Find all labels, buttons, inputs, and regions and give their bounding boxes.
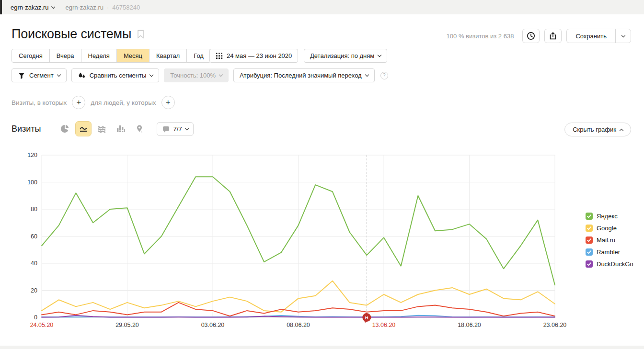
tab-yesterday[interactable]: Вчера	[49, 49, 81, 63]
legend-item-DuckDuckGo[interactable]: DuckDuckGo	[586, 260, 633, 268]
attribution-dropdown[interactable]: Атрибуция: Последний значимый переход	[233, 68, 375, 82]
help-icon[interactable]: ?	[380, 72, 388, 79]
history-button[interactable]	[522, 29, 540, 43]
line-chart-icon	[79, 124, 88, 134]
save-button[interactable]: Сохранить	[567, 29, 615, 43]
legend-label: Rambler	[597, 248, 620, 256]
legend-label: Mail.ru	[597, 236, 615, 244]
x-axis-tick-label: 29.05.20	[115, 322, 139, 328]
x-axis-tick-label: 24.05.20	[30, 322, 54, 328]
accuracy-label: Точность: 100%	[170, 72, 216, 79]
chart-canvas: 02040608010012024.05.2029.05.2003.06.200…	[0, 144, 575, 338]
counter-id: 46758240	[112, 4, 140, 11]
check-icon	[586, 225, 592, 231]
report-title: Поисковые системы	[12, 27, 131, 42]
filters-row: Сегмент Сравнить сегменты Точность: 100%…	[12, 68, 388, 82]
chart-type-stacked-button[interactable]	[94, 121, 110, 136]
top-bar: egrn-zakaz.ru egrn-zakaz.ru · 46758240	[0, 0, 644, 14]
legend-item-Mail.ru[interactable]: Mail.ru	[586, 236, 633, 244]
legend-item-Яндекс[interactable]: Яндекс	[586, 213, 633, 220]
compare-segments-dropdown[interactable]: Сравнить сегменты	[71, 68, 160, 82]
period-segmented-control: Сегодня Вчера Неделя Месяц Квартал Год	[12, 49, 211, 63]
chevron-down-icon	[51, 4, 55, 8]
tab-today[interactable]: Сегодня	[12, 49, 50, 63]
calendar-grid-icon	[216, 52, 223, 59]
chart-type-line-button[interactable]	[75, 121, 92, 136]
compare-icon	[78, 71, 86, 79]
bookmark-icon[interactable]	[137, 30, 144, 39]
segment-icon	[18, 72, 25, 79]
header-actions: 100 % визитов из 2 638 Сохранить	[447, 29, 631, 43]
detalization-label: Детализация: по дням	[310, 52, 374, 59]
chevron-down-icon	[365, 73, 368, 77]
legend-label: DuckDuckGo	[597, 260, 633, 268]
y-axis-tick-label: 80	[31, 206, 37, 213]
add-visit-condition-button[interactable]: +	[72, 96, 85, 109]
chevron-down-icon	[57, 73, 60, 77]
counter-site-name: egrn-zakaz.ru	[65, 4, 103, 11]
x-axis-tick-label: 08.06.20	[287, 322, 310, 328]
tab-month[interactable]: Месяц	[116, 49, 150, 63]
annotations-count: 7/7	[173, 125, 182, 133]
check-icon	[586, 261, 592, 267]
x-axis-tick-label: 23.06.20	[543, 322, 567, 328]
chevron-up-icon	[620, 128, 623, 132]
x-axis-tick-label: 03.06.20	[201, 322, 225, 328]
segment-dropdown[interactable]: Сегмент	[12, 68, 67, 82]
page-title: Поисковые системы	[12, 27, 144, 42]
tab-week[interactable]: Неделя	[81, 49, 117, 63]
save-split-button: Сохранить	[566, 29, 631, 43]
counter-switcher[interactable]: egrn-zakaz.ru	[11, 4, 55, 11]
y-axis-tick-label: 20	[31, 287, 37, 294]
footer-strip	[0, 346, 644, 349]
legend-checkbox[interactable]	[586, 248, 593, 256]
date-range-label: 24 мая — 23 июн 2020	[227, 52, 292, 59]
x-axis-tick-label: 18.06.20	[458, 322, 481, 328]
accuracy-dropdown[interactable]: Точность: 100%	[164, 68, 229, 82]
check-icon	[586, 214, 592, 219]
y-axis-tick-label: 0	[34, 314, 37, 321]
chevron-down-icon	[621, 33, 625, 37]
legend-checkbox[interactable]	[586, 260, 593, 268]
counter-switcher-label: egrn-zakaz.ru	[11, 4, 48, 11]
note-badge-label: Н	[365, 315, 368, 320]
y-axis-tick-label: 40	[31, 260, 37, 267]
legend-checkbox[interactable]	[586, 213, 593, 220]
chevron-down-icon	[184, 126, 188, 130]
chart-type-map-button[interactable]	[131, 121, 148, 136]
y-axis-tick-label: 60	[31, 233, 37, 240]
metric-row: Визиты	[12, 121, 194, 136]
metrika-app: egrn-zakaz.ru egrn-zakaz.ru · 46758240 П…	[0, 0, 644, 349]
chevron-down-icon	[378, 53, 381, 57]
annotations-icon	[162, 125, 170, 133]
detalization-dropdown[interactable]: Детализация: по дням	[304, 49, 387, 63]
window-edge-decoration	[0, 0, 2, 14]
save-menu-button[interactable]	[615, 29, 631, 43]
legend-item-Google[interactable]: Google	[586, 225, 633, 232]
export-button[interactable]	[544, 29, 562, 43]
annotations-dropdown[interactable]: 7/7	[157, 122, 194, 136]
clock-icon	[526, 31, 536, 41]
hide-chart-button[interactable]: Скрыть график	[564, 123, 631, 136]
visits-line-chart: 02040608010012024.05.2029.05.2003.06.200…	[0, 144, 575, 338]
add-people-condition-button[interactable]: +	[161, 96, 175, 109]
tab-quarter[interactable]: Квартал	[149, 49, 187, 63]
legend-checkbox[interactable]	[586, 236, 593, 244]
attribution-label: Атрибуция: Последний значимый переход	[240, 72, 362, 79]
date-range-picker[interactable]: 24 мая — 23 июн 2020	[209, 49, 298, 63]
bar-chart-icon	[116, 124, 126, 134]
chart-type-pie-button[interactable]	[57, 121, 73, 136]
chart-type-columns-button[interactable]	[113, 121, 129, 136]
legend-label: Яндекс	[597, 213, 618, 220]
check-icon	[586, 237, 592, 243]
map-icon	[135, 124, 144, 134]
stacked-chart-icon	[97, 124, 107, 134]
tab-year[interactable]: Год	[186, 49, 211, 63]
chart-legend: ЯндексGoogleMail.ruRamblerDuckDuckGo	[586, 213, 633, 268]
x-axis-tick-label: 13.06.20	[372, 322, 396, 328]
segment-label: Сегмент	[29, 72, 54, 79]
legend-item-Rambler[interactable]: Rambler	[586, 248, 633, 256]
separator-dot: ·	[107, 4, 109, 11]
segment-builder-row: Визиты, в которых + для людей, у которых…	[12, 96, 175, 109]
legend-checkbox[interactable]	[586, 225, 593, 232]
